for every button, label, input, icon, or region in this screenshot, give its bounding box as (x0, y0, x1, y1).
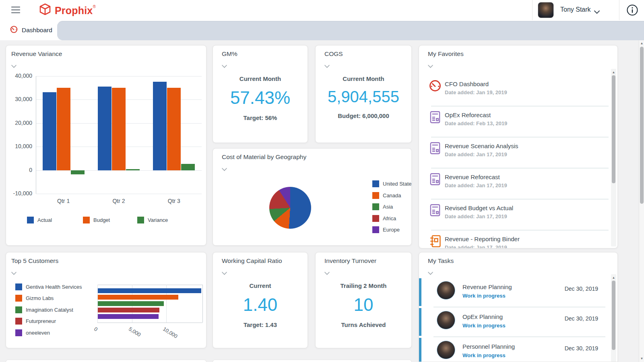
task-assignee-avatar (437, 311, 455, 329)
user-name[interactable]: Tony Stark (560, 6, 591, 13)
user-menu-chevron-down-icon[interactable] (594, 8, 600, 16)
task-due-date: Dec 30, 2019 (565, 315, 598, 322)
bar-futurpreneur (98, 308, 159, 312)
user-avatar[interactable] (538, 2, 554, 18)
my-favorites-card: My Favorites CFO DashboardDate added: Ja… (419, 45, 618, 248)
card-title: GM% (222, 50, 237, 58)
kpi-period-label: Current (213, 282, 308, 289)
logo-registered-mark: ® (93, 4, 95, 9)
legend-swatch (27, 217, 34, 223)
card-title: Inventory Turnover (324, 257, 376, 265)
cost-of-material-card: Cost of Material by Geography United Sta… (213, 148, 412, 246)
favorite-date-added: Date added: Jan 17, 2019 (445, 182, 507, 188)
scrollbar-thumb[interactable] (612, 75, 615, 183)
working-capital-ratio-card: Working Capital Ratio Current 1.40 Targe… (213, 252, 308, 348)
kpi-target-label: Budget: 6,000,000 (316, 112, 411, 119)
task-item[interactable]: Revenue PlanningWork in progressDec 30, … (419, 277, 609, 307)
legend-swatch (83, 217, 90, 223)
legend-swatch (372, 215, 379, 222)
prophix-logo[interactable]: Prophix® (38, 3, 96, 18)
kpi-period-label: Current Month (213, 75, 308, 82)
scroll-up-arrow-icon[interactable]: ▲ (611, 276, 616, 280)
task-item[interactable]: Personnel PlanningWork in progressDec 30… (419, 337, 609, 362)
kpi-period-label: Trailing 2 Month (316, 282, 411, 289)
task-status: Work in progress (462, 352, 506, 358)
plot-right-border (202, 285, 203, 323)
favorite-name: Revised Budget vs Actual (445, 205, 513, 211)
legend-swatch (372, 226, 379, 233)
scrollbar-thumb[interactable] (612, 281, 615, 350)
task-assignee-avatar (437, 341, 455, 359)
favorite-date-added: Date added: Jan 17, 2019 (445, 151, 507, 157)
favorite-item[interactable]: CFO DashboardDate added: Jan 19, 2019 (419, 75, 609, 106)
legend-item: Variance (137, 217, 168, 223)
tab-dashboard[interactable]: Dashboard (0, 20, 57, 40)
x-axis-tick-label: 5,000 (128, 326, 142, 338)
cogs-card: COGS Current Month 5,904,555 Budget: 6,0… (315, 45, 412, 143)
collapse-chevron-icon[interactable] (324, 269, 330, 277)
report-icon (429, 203, 442, 219)
bar-gizmo-labs (98, 295, 178, 300)
task-status: Work in progress (462, 293, 506, 299)
menu-icon[interactable] (11, 6, 20, 14)
scroll-up-arrow-icon[interactable]: ▲ (639, 41, 644, 46)
next-row-card-peek (213, 360, 412, 362)
legend-item: Africa (372, 215, 396, 222)
report-icon (429, 172, 442, 188)
favorite-item[interactable]: Revenue - Reporting BinderDate added: Ja… (419, 230, 609, 248)
collapse-chevron-icon[interactable] (428, 269, 433, 277)
legend-label: Europe (383, 227, 400, 233)
legend-label: Actual (37, 217, 52, 223)
prophix-cube-icon (38, 3, 52, 18)
collapse-chevron-icon[interactable] (222, 62, 227, 70)
favorite-name: Revenue Reforecast (445, 174, 500, 180)
collapse-chevron-icon[interactable] (222, 269, 227, 277)
kpi-period-label: Current Month (316, 75, 411, 82)
kpi-target-label: Target: 1.43 (213, 321, 308, 328)
scroll-up-arrow-icon[interactable]: ▲ (611, 70, 616, 74)
collapse-chevron-icon[interactable] (324, 62, 330, 70)
favorite-item[interactable]: Revised Budget vs ActualDate added: Jan … (419, 199, 609, 230)
info-icon[interactable] (626, 4, 638, 16)
favorite-item[interactable]: Revenue ReforecastDate added: Jan 17, 20… (419, 168, 609, 199)
favorite-date-added: Date added: Feb 13, 2019 (445, 120, 507, 126)
topbar-divider (532, 0, 533, 20)
task-name: Personnel Planning (462, 343, 515, 350)
legend-label: Variance (148, 217, 168, 223)
card-title: Working Capital Ratio (222, 257, 282, 265)
task-status: Work in progress (462, 323, 506, 329)
card-title: My Favorites (428, 50, 464, 58)
collapse-chevron-icon[interactable] (428, 62, 433, 70)
bar-gentiva-health-services (98, 288, 201, 293)
favorites-list: CFO DashboardDate added: Jan 19, 2019OpE… (419, 75, 609, 248)
favorite-item[interactable]: Revenue Scenario AnalysisDate added: Jan… (419, 137, 609, 168)
legend-label: Asia (383, 204, 393, 210)
logo-text: Prophix (55, 5, 93, 16)
favorite-name: OpEx Reforecast (445, 112, 491, 118)
favorite-name: Revenue Scenario Analysis (445, 143, 518, 149)
report-icon (429, 141, 442, 157)
legend-item: United States (372, 180, 412, 187)
legend-swatch (372, 203, 379, 210)
legend-item: Canada (372, 192, 401, 199)
task-item[interactable]: OpEx PlanningWork in progressDec 30, 201… (419, 307, 609, 337)
report-icon (429, 110, 442, 126)
favorite-item[interactable]: OpEx ReforecastDate added: Feb 13, 2019 (419, 106, 609, 137)
page-scrollbar[interactable]: ▲ ▼ (639, 40, 644, 362)
task-due-date: Dec 30, 2019 (565, 285, 598, 292)
card-title: My Tasks (428, 257, 454, 265)
favorite-date-added: Date added: Jan 19, 2019 (445, 89, 507, 95)
revenue-variance-legend: ActualBudgetVariance (6, 46, 206, 245)
tab-bar: Dashboard (0, 20, 644, 40)
x-axis-tick-label: 10,000 (162, 326, 179, 339)
plot-top-border (97, 285, 202, 285)
scrollbar-thumb[interactable] (640, 47, 644, 204)
scroll-down-arrow-icon[interactable]: ▼ (639, 357, 644, 361)
tasks-scrollbar[interactable]: ▲ (611, 274, 616, 362)
favorite-name: Revenue - Reporting Binder (445, 236, 520, 242)
legend-item: Budget (83, 217, 110, 223)
favorites-scrollbar[interactable]: ▲ (611, 69, 616, 246)
legend-swatch (372, 192, 379, 199)
geography-pie-legend: United StatesCanadaAsiaAfricaEurope (213, 149, 411, 245)
prophix-dashboard-app: Prophix® Tony Stark Dashboard (0, 0, 644, 362)
